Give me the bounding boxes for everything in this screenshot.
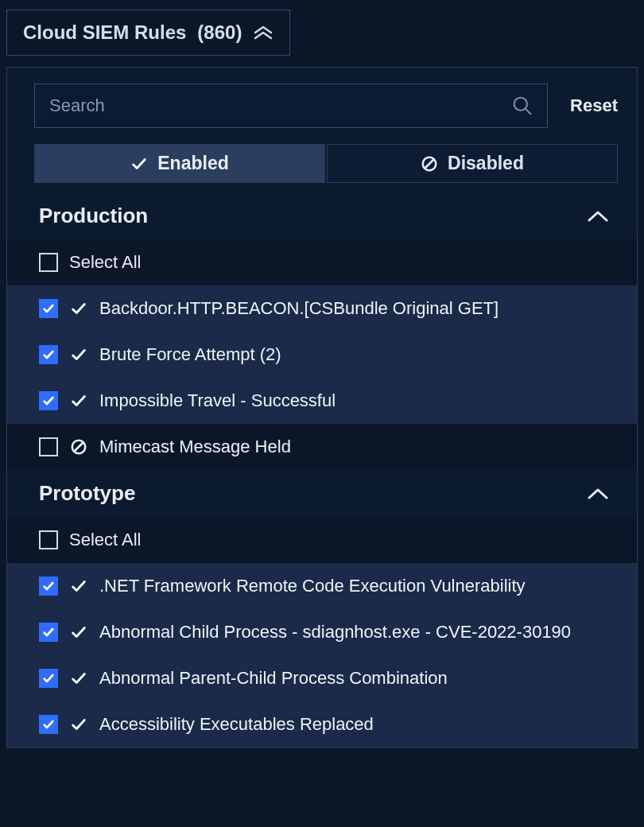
section-header-production[interactable]: Production bbox=[7, 192, 637, 239]
rule-label: Abnormal Child Process - sdiagnhost.exe … bbox=[99, 622, 571, 643]
checkbox[interactable] bbox=[39, 253, 58, 272]
panel-title: Cloud SIEM Rules bbox=[23, 21, 186, 44]
search-input[interactable] bbox=[49, 95, 512, 116]
rule-row[interactable]: Abnormal Child Process - sdiagnhost.exe … bbox=[7, 609, 637, 655]
collapse-icon bbox=[253, 25, 274, 40]
select-all-label: Select All bbox=[69, 530, 142, 550]
checkbox[interactable] bbox=[39, 623, 58, 642]
checkbox[interactable] bbox=[39, 530, 58, 549]
ban-icon bbox=[421, 155, 438, 173]
checkbox[interactable] bbox=[39, 715, 58, 734]
check-icon bbox=[130, 155, 148, 173]
select-all-label: Select All bbox=[69, 252, 142, 273]
rule-label: Backdoor.HTTP.BEACON.[CSBundle Original … bbox=[99, 298, 499, 319]
check-icon bbox=[69, 577, 88, 595]
check-icon bbox=[69, 670, 88, 687]
select-all-row[interactable]: Select All bbox=[7, 239, 637, 285]
svg-line-3 bbox=[425, 159, 434, 168]
tab-enabled-label: Enabled bbox=[157, 153, 228, 174]
checkbox[interactable] bbox=[39, 437, 58, 456]
rule-row[interactable]: Backdoor.HTTP.BEACON.[CSBundle Original … bbox=[7, 285, 637, 332]
status-filter: Enabled Disabled bbox=[7, 144, 637, 192]
rule-label: Abnormal Parent-Child Process Combinatio… bbox=[99, 668, 448, 689]
checkbox[interactable] bbox=[39, 577, 58, 596]
ban-icon bbox=[69, 438, 88, 456]
checkbox[interactable] bbox=[39, 669, 58, 688]
rule-row[interactable]: .NET Framework Remote Code Execution Vul… bbox=[7, 563, 637, 609]
rule-label: Accessibility Executables Replaced bbox=[99, 714, 374, 735]
section-header-prototype[interactable]: Prototype bbox=[7, 470, 637, 517]
svg-line-5 bbox=[75, 443, 83, 452]
checkbox[interactable] bbox=[39, 345, 58, 364]
reset-button[interactable]: Reset bbox=[570, 95, 618, 116]
check-icon bbox=[69, 300, 88, 317]
chevron-up-icon bbox=[586, 487, 610, 500]
panel-count: (860) bbox=[197, 21, 242, 44]
chevron-up-icon bbox=[586, 210, 610, 223]
section-title: Production bbox=[39, 204, 148, 228]
search-icon bbox=[512, 95, 533, 116]
search-box[interactable] bbox=[34, 83, 548, 128]
rule-label: Impossible Travel - Successful bbox=[99, 390, 336, 411]
checkbox[interactable] bbox=[39, 299, 58, 318]
svg-line-1 bbox=[526, 109, 531, 115]
check-icon bbox=[69, 392, 88, 410]
rule-label: .NET Framework Remote Code Execution Vul… bbox=[99, 576, 526, 596]
rules-panel: Reset Enabled Disabled Production bbox=[6, 67, 638, 748]
rule-row[interactable]: Impossible Travel - Successful bbox=[7, 378, 637, 424]
check-icon bbox=[69, 623, 88, 641]
select-all-row[interactable]: Select All bbox=[7, 517, 637, 563]
check-icon bbox=[69, 346, 88, 363]
search-row: Reset bbox=[7, 83, 637, 144]
checkbox[interactable] bbox=[39, 391, 58, 410]
section-title: Prototype bbox=[39, 481, 135, 506]
rule-row[interactable]: Accessibility Executables Replaced bbox=[7, 701, 637, 747]
tab-disabled[interactable]: Disabled bbox=[327, 144, 618, 183]
rule-row[interactable]: Abnormal Parent-Child Process Combinatio… bbox=[7, 655, 637, 701]
rule-row[interactable]: Mimecast Message Held bbox=[7, 424, 637, 470]
panel-header[interactable]: Cloud SIEM Rules (860) bbox=[6, 10, 290, 56]
svg-point-0 bbox=[514, 98, 527, 111]
check-icon bbox=[69, 716, 88, 733]
tab-disabled-label: Disabled bbox=[448, 153, 524, 174]
tab-enabled[interactable]: Enabled bbox=[34, 144, 325, 183]
rule-label: Mimecast Message Held bbox=[99, 437, 291, 457]
rule-label: Brute Force Attempt (2) bbox=[99, 344, 281, 365]
rule-row[interactable]: Brute Force Attempt (2) bbox=[7, 332, 637, 378]
